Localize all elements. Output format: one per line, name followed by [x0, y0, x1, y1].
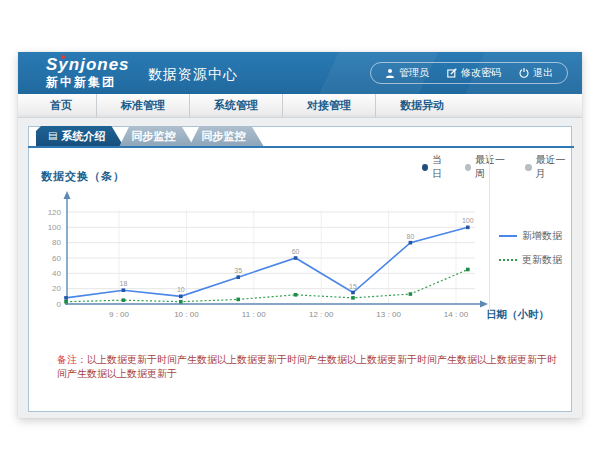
- svg-text:0: 0: [57, 300, 62, 309]
- svg-text:100: 100: [462, 217, 474, 224]
- tab-bar: ▤ 系统介绍 同步监控 同步监控: [28, 126, 574, 148]
- tab-sync-monitor-1[interactable]: 同步监控: [119, 126, 193, 146]
- footnote-label: 备注：: [57, 354, 87, 365]
- svg-text:13 : 00: 13 : 00: [376, 310, 401, 319]
- nav-item-interface-mgmt[interactable]: 对接管理: [282, 94, 375, 117]
- svg-text:60: 60: [292, 248, 300, 255]
- logo-red-dot: [61, 55, 65, 59]
- svg-text:11 : 00: 11 : 00: [242, 310, 266, 319]
- logo-text-en: Synjones: [46, 56, 130, 73]
- range-option-last-month[interactable]: 最近一月: [525, 153, 571, 181]
- nav-item-system-mgmt[interactable]: 系统管理: [189, 94, 282, 117]
- company-logo: Synjones 新中新集团: [46, 56, 130, 88]
- svg-text:80: 80: [52, 238, 61, 247]
- radio-icon: [465, 164, 471, 171]
- nav-item-standard-mgmt[interactable]: 标准管理: [96, 94, 189, 117]
- svg-text:120: 120: [48, 208, 62, 217]
- svg-text:14 : 00: 14 : 00: [444, 310, 469, 319]
- svg-text:15: 15: [349, 283, 357, 290]
- svg-text:10: 10: [177, 286, 185, 293]
- svg-text:20: 20: [52, 284, 61, 293]
- radio-selected-icon: [422, 164, 428, 171]
- svg-text:35: 35: [234, 267, 242, 274]
- series-legend: 新增数据 更新数据: [499, 229, 562, 267]
- nav-item-home[interactable]: 首页: [26, 94, 96, 117]
- svg-text:100: 100: [48, 223, 62, 232]
- user-icon: [385, 68, 395, 78]
- edit-icon: [447, 68, 457, 78]
- app-header: Synjones 新中新集团 数据资源中心 管理员 修改密码 退出: [18, 52, 582, 94]
- logout-button[interactable]: 退出: [519, 66, 553, 80]
- nav-item-data-change[interactable]: 数据异动: [375, 94, 468, 117]
- radio-icon: [525, 164, 531, 171]
- svg-text:60: 60: [52, 254, 61, 263]
- legend-divider: [489, 151, 490, 311]
- page-title: 数据资源中心: [148, 66, 238, 84]
- svg-text:12 : 00: 12 : 00: [309, 310, 334, 319]
- tab-system-intro[interactable]: ▤ 系统介绍: [36, 126, 123, 146]
- power-icon: [519, 68, 529, 78]
- range-filter-group: 当日 最近一周 最近一月: [422, 153, 571, 181]
- user-menu: 管理员 修改密码 退出: [370, 62, 568, 84]
- dotted-line-icon: [499, 259, 517, 261]
- content-panel: ▤ 系统介绍 同步监控 同步监控 当日 最近一周 最近一月: [28, 126, 572, 412]
- svg-text:10 : 00: 10 : 00: [174, 310, 199, 319]
- range-option-today[interactable]: 当日: [422, 153, 450, 181]
- svg-text:80: 80: [407, 233, 415, 240]
- range-option-last-week[interactable]: 最近一周: [465, 153, 511, 181]
- app-window: Synjones 新中新集团 数据资源中心 管理员 修改密码 退出 首页 标准管…: [18, 52, 582, 418]
- document-icon: ▤: [48, 131, 57, 141]
- legend-item-updated-data[interactable]: 更新数据: [499, 253, 562, 267]
- logo-text-cn: 新中新集团: [46, 76, 130, 88]
- legend-item-new-data[interactable]: 新增数据: [499, 229, 562, 243]
- change-password-button[interactable]: 修改密码: [447, 66, 501, 80]
- svg-text:日期（小时）: 日期（小时）: [486, 308, 549, 321]
- svg-text:18: 18: [120, 280, 128, 287]
- current-user[interactable]: 管理员: [385, 66, 429, 80]
- footnote-text: 以上数据更新于时间产生数据以上数据更新于时间产生数据以上数据更新于时间产生数据以…: [57, 354, 557, 379]
- line-chart: 0204060801001209 : 0010 : 0011 : 0012 : …: [29, 182, 573, 332]
- solid-line-icon: [499, 235, 517, 237]
- footnote: 备注：以上数据更新于时间产生数据以上数据更新于时间产生数据以上数据更新于时间产生…: [57, 353, 557, 381]
- svg-text:9 : 00: 9 : 00: [109, 310, 130, 319]
- tab-sync-monitor-2[interactable]: 同步监控: [189, 126, 263, 146]
- svg-text:40: 40: [52, 269, 61, 278]
- main-nav: 首页 标准管理 系统管理 对接管理 数据异动: [18, 94, 582, 118]
